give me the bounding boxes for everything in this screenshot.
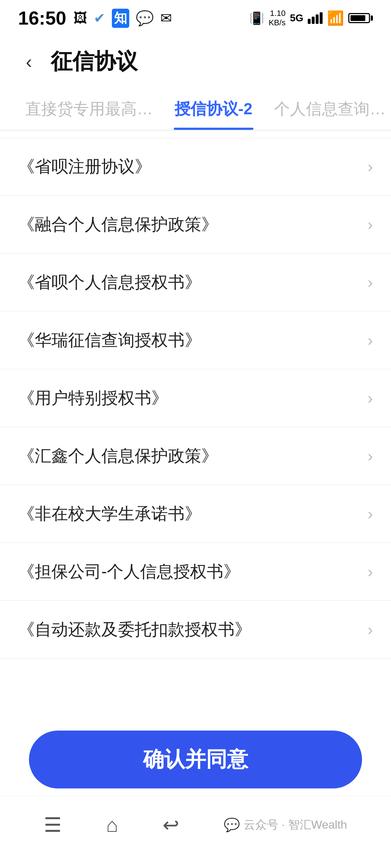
agreement-list: 《省呗注册协议》 › 《融合个人信息保护政策》 › 《省呗个人信息授权书》 › … [0,138,391,659]
watermark-text: 云众号 · 智汇Wealth [244,817,347,833]
tab-loan[interactable]: 直接贷专用最高… [14,98,164,130]
list-item[interactable]: 《担保公司-个人信息授权书》 › [0,543,391,601]
battery-icon [348,13,373,23]
back-nav-icon: ↩ [163,813,179,837]
tab-personal-info[interactable]: 个人信息查询… [263,98,391,130]
wechat-official-icon: 💬 [224,817,240,833]
header: ‹ 征信协议 [0,36,391,87]
item-label: 《用户特别授权书》 [18,387,168,409]
list-item[interactable]: 《自动还款及委托扣款授权书》 › [0,601,391,659]
nav-home-button[interactable]: ⌂ [106,813,118,837]
list-item[interactable]: 《用户特别授权书》 › [0,369,391,427]
network-type-icon: 5G [290,12,303,24]
item-label: 《华瑞征信查询授权书》 [18,329,201,352]
status-time: 16:50 [18,7,66,29]
list-item[interactable]: 《省呗个人信息授权书》 › [0,254,391,311]
back-arrow-icon: ‹ [26,51,32,73]
vibrate-icon: 📳 [249,11,264,25]
network-speed: 1.10 KB/s [269,9,285,28]
item-label: 《自动还款及委托扣款授权书》 [18,618,251,641]
chevron-icon: › [367,331,373,349]
item-label: 《省呗注册协议》 [18,156,151,178]
chevron-icon: › [367,447,373,465]
home-icon: ⌂ [106,813,118,837]
bottom-nav: ☰ ⌂ ↩ 💬 云众号 · 智汇Wealth [0,796,391,868]
item-label: 《非在校大学生承诺书》 [18,503,201,525]
page-title: 征信协议 [51,47,138,76]
chevron-icon: › [367,273,373,292]
menu-icon: ☰ [44,813,62,837]
tab-bar: 直接贷专用最高… 授信协议-2 个人信息查询… [0,87,391,131]
status-left: 16:50 🖼 ✔ 知 💬 ✉ [18,7,172,29]
nav-menu-button[interactable]: ☰ [44,813,62,837]
list-item[interactable]: 《华瑞征信查询授权书》 › [0,311,391,369]
signal-icon [308,12,323,24]
item-label: 《汇鑫个人信息保护政策》 [18,445,218,467]
list-item[interactable]: 《融合个人信息保护政策》 › [0,196,391,254]
item-label: 《担保公司-个人信息授权书》 [18,561,240,583]
item-label: 《省呗个人信息授权书》 [18,271,201,294]
chevron-icon: › [367,158,373,176]
watermark-area: 💬 云众号 · 智汇Wealth [224,817,347,833]
confirm-button[interactable]: 确认并同意 [29,731,362,788]
chevron-icon: › [367,389,373,407]
confirm-button-wrapper: 确认并同意 [0,731,391,788]
chevron-icon: › [367,563,373,581]
list-item[interactable]: 《汇鑫个人信息保护政策》 › [0,427,391,485]
status-icons-right: 📳 1.10 KB/s 5G 📶 [249,9,373,28]
tab-credit-agreement[interactable]: 授信协议-2 [164,98,263,130]
status-icons-left: 🖼 ✔ 知 💬 ✉ [73,9,172,28]
wifi-icon: 📶 [327,10,344,26]
photo-icon: 🖼 [73,10,87,26]
zhihu-icon: 知 [112,9,129,28]
list-item[interactable]: 《非在校大学生承诺书》 › [0,485,391,543]
list-item[interactable]: 《省呗注册协议》 › [0,138,391,196]
back-button[interactable]: ‹ [14,47,43,76]
item-label: 《融合个人信息保护政策》 [18,213,218,236]
nav-back-button[interactable]: ↩ [163,813,179,837]
wechat-icon: 💬 [136,10,154,27]
status-bar: 16:50 🖼 ✔ 知 💬 ✉ 📳 1.10 KB/s 5G [0,0,391,36]
mail-icon: ✉ [160,10,172,26]
chevron-icon: › [367,505,373,523]
check-icon: ✔ [94,10,105,26]
chevron-icon: › [367,216,373,234]
chevron-icon: › [367,621,373,639]
